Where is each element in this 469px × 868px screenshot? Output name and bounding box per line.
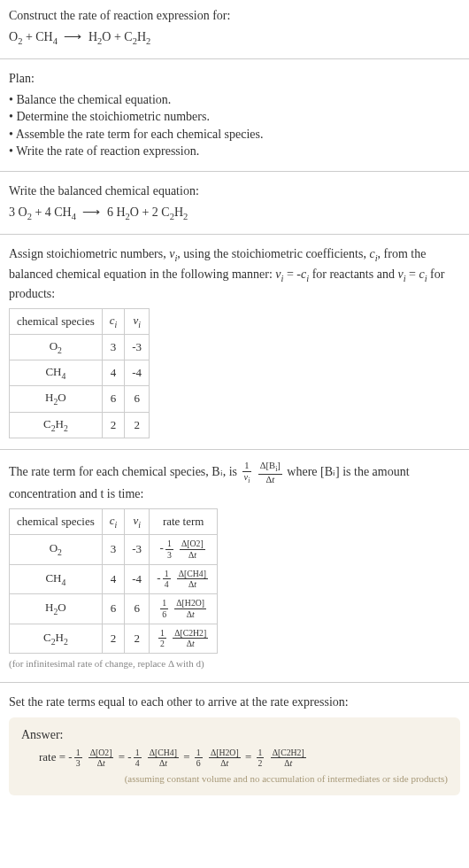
delta: Δ[C2H2] xyxy=(271,748,306,759)
cell-species: H2O xyxy=(10,386,103,412)
stoich-intro: Assign stoichiometric numbers, νi, using… xyxy=(9,245,460,303)
cell-v: -4 xyxy=(125,564,150,594)
frac-num: 1 xyxy=(163,569,171,580)
plan-item: Assemble the rate term for each chemical… xyxy=(9,126,460,143)
divider xyxy=(0,449,469,450)
cell-species: C2H2 xyxy=(10,412,103,438)
frac-den: 2 xyxy=(257,758,265,769)
answer-box: Answer: rate = -13 Δ[O2]Δt = -14 Δ[CH4]Δ… xyxy=(9,717,460,794)
cell-v: -3 xyxy=(125,334,150,360)
frac-den: 4 xyxy=(134,758,142,769)
cell-v: 6 xyxy=(125,386,150,412)
stoich-table: chemical species ci νi O2 3 -3 CH4 4 -4 … xyxy=(9,308,150,438)
rate-label: rate = xyxy=(39,750,65,763)
prompt-section: Construct the rate of reaction expressio… xyxy=(0,0,469,55)
col-v: νi xyxy=(125,508,150,534)
col-c: ci xyxy=(102,508,125,534)
rate-expression: rate = -13 Δ[O2]Δt = -14 Δ[CH4]Δt = 16 Δ… xyxy=(21,748,448,770)
frac-num: 1 xyxy=(195,748,203,759)
cell-v: -3 xyxy=(125,535,150,565)
balanced-equation: 3 O2 + 4 CH4 ⟶ 6 H2O + 2 C2H2 xyxy=(9,204,460,223)
final-section: Set the rate terms equal to each other t… xyxy=(0,686,469,802)
divider xyxy=(0,171,469,172)
delta: Δ[C2H2] xyxy=(173,628,208,639)
delta: Δ[H2O] xyxy=(174,598,206,609)
col-rate: rate term xyxy=(150,508,218,534)
cell-species: O2 xyxy=(10,535,103,565)
frac-num: 1 xyxy=(134,748,142,759)
cell-rate: 16 Δ[H2O]Δt xyxy=(150,594,218,624)
cell-species: C2H2 xyxy=(10,624,103,654)
cell-c: 3 xyxy=(102,535,125,565)
cell-c: 3 xyxy=(102,334,125,360)
frac-den: 3 xyxy=(165,550,173,561)
divider xyxy=(0,58,469,59)
plan-section: Plan: Balance the chemical equation. Det… xyxy=(0,63,469,167)
sign: - xyxy=(160,541,164,554)
table-row: O2 3 -3 -13 Δ[O2]Δt xyxy=(10,535,218,565)
divider xyxy=(0,234,469,235)
balanced-title: Write the balanced chemical equation: xyxy=(9,182,460,200)
stoich-section: Assign stoichiometric numbers, νi, using… xyxy=(0,238,469,446)
table-row: O2 3 -3 xyxy=(10,334,150,360)
cell-rate: 12 Δ[C2H2]Δt xyxy=(150,624,218,654)
final-intro: Set the rate terms equal to each other t… xyxy=(9,694,460,711)
delta: Δ[CH4] xyxy=(148,748,179,759)
cell-c: 4 xyxy=(102,360,125,386)
cell-v: 2 xyxy=(125,412,150,438)
balanced-section: Write the balanced chemical equation: 3 … xyxy=(0,175,469,230)
cell-species: CH4 xyxy=(10,360,103,386)
cell-c: 2 xyxy=(102,412,125,438)
cell-c: 4 xyxy=(102,564,125,594)
table-row: CH4 4 -4 xyxy=(10,360,150,386)
cell-rate: -14 Δ[CH4]Δt xyxy=(150,564,218,594)
rateterms-note: (for infinitesimal rate of change, repla… xyxy=(9,657,460,670)
plan-item: Balance the chemical equation. xyxy=(9,91,460,109)
frac-den: 6 xyxy=(195,758,203,769)
plan-item: Write the rate of reaction expression. xyxy=(9,143,460,160)
frac-num: 1 xyxy=(74,748,82,759)
table-row: H2O 6 6 xyxy=(10,386,150,412)
table-row: H2O 6 6 16 Δ[H2O]Δt xyxy=(10,594,218,624)
sign: - xyxy=(127,750,131,763)
frac-num: 1 xyxy=(160,598,168,609)
plan-item: Determine the stoichiometric numbers. xyxy=(9,108,460,126)
table-row: CH4 4 -4 -14 Δ[CH4]Δt xyxy=(10,564,218,594)
rateterms-section: The rate term for each chemical species,… xyxy=(0,453,469,678)
frac-den: 2 xyxy=(158,639,166,649)
col-species: chemical species xyxy=(10,308,103,334)
table-row: C2H2 2 2 12 Δ[C2H2]Δt xyxy=(10,624,218,654)
cell-c: 6 xyxy=(102,594,125,624)
frac-num: 1 xyxy=(165,539,173,550)
divider xyxy=(0,682,469,683)
sign: - xyxy=(68,750,72,763)
plan-list: Balance the chemical equation. Determine… xyxy=(9,91,460,160)
frac-num: 1 xyxy=(158,628,166,639)
frac-den: 4 xyxy=(163,579,171,590)
intro-a: The rate term for each chemical species,… xyxy=(9,465,241,478)
cell-v: 2 xyxy=(125,624,150,654)
unbalanced-equation: O2 + CH4 ⟶ H2O + C2H2 xyxy=(9,28,460,48)
col-c: ci xyxy=(102,308,125,334)
col-v: νi xyxy=(125,308,150,334)
frac-num: 1 xyxy=(257,748,265,759)
delta: Δ[H2O] xyxy=(209,748,241,759)
cell-rate: -13 Δ[O2]Δt xyxy=(150,535,218,565)
delta: Δ[O2] xyxy=(180,539,205,550)
cell-c: 2 xyxy=(102,624,125,654)
answer-label: Answer: xyxy=(21,726,448,744)
answer-note: (assuming constant volume and no accumul… xyxy=(21,772,448,786)
frac-den: 3 xyxy=(74,758,82,769)
sign: - xyxy=(157,571,160,585)
cell-v: -4 xyxy=(125,360,150,386)
cell-species: H2O xyxy=(10,594,103,624)
prompt-text: Construct the rate of reaction expressio… xyxy=(9,7,460,25)
rateterms-table: chemical species ci νi rate term O2 3 -3… xyxy=(9,508,218,654)
frac-den: 6 xyxy=(160,609,168,620)
cell-species: CH4 xyxy=(10,564,103,594)
rateterms-intro: The rate term for each chemical species,… xyxy=(9,461,460,503)
delta: Δ[CH4] xyxy=(177,569,208,580)
plan-title: Plan: xyxy=(9,70,460,88)
cell-species: O2 xyxy=(10,334,103,360)
col-species: chemical species xyxy=(10,508,103,534)
